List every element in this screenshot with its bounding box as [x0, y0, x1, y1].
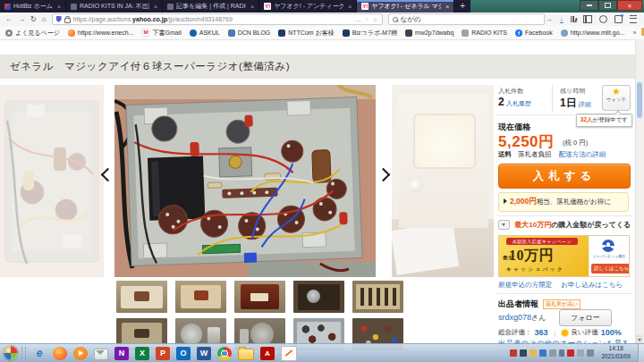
onenote-icon[interactable]: N [114, 347, 129, 360]
pen-app-icon[interactable] [281, 346, 297, 361]
thumbnail[interactable] [293, 281, 344, 313]
chrome-icon[interactable] [217, 347, 232, 360]
forward-icon[interactable]: → [18, 15, 25, 23]
bookmark-item[interactable]: mw2p7dwabq [405, 29, 453, 37]
tray-icon[interactable] [539, 349, 547, 357]
downloads-icon[interactable]: ↓ [560, 16, 564, 23]
bid-history-link[interactable]: 入札履歴 [506, 100, 531, 106]
scrollbar-thumb[interactable] [637, 82, 642, 118]
tray-icon[interactable] [520, 349, 527, 357]
show-desktop-button[interactable] [638, 344, 644, 362]
tray-flag-icon[interactable] [559, 349, 564, 357]
thumbnail[interactable] [352, 281, 403, 313]
search-bar[interactable]: ながの [388, 13, 545, 25]
tab-close-icon[interactable]: × [445, 4, 449, 10]
bookmarks-overflow-icon[interactable]: » [632, 29, 636, 36]
tab-close-icon[interactable]: × [154, 4, 157, 10]
outlook-icon[interactable]: O [176, 347, 191, 360]
shipping-detail-link[interactable]: 配送方法の詳細 [559, 150, 606, 158]
signup-limited-link[interactable]: 新規申込の方限定 [498, 281, 552, 289]
window-minimize-button[interactable] [580, 0, 598, 11]
bookmark-item[interactable]: ASKUL [190, 29, 220, 37]
bookmark-item[interactable]: http://www.mlit.go... [561, 29, 625, 37]
start-button[interactable] [4, 346, 18, 360]
bookmark-item[interactable]: DCN BLOG [228, 29, 271, 37]
page-actions-icon[interactable]: … [355, 16, 361, 23]
acrobat-icon[interactable]: A [260, 347, 275, 360]
mail-icon[interactable] [94, 349, 108, 360]
bookmark-item[interactable]: Bizコラボ-M7柄 [343, 29, 397, 38]
tab-yahoo-general-active[interactable]: Y! ヤフオク! - ゼネラル マジック × [357, 0, 454, 13]
thumbnail[interactable] [116, 281, 167, 313]
tab-radio-kits[interactable]: RADIO KITS IN JA: 不思議な × [66, 0, 163, 13]
follow-button[interactable]: フォロー [559, 309, 612, 326]
tray-volume-icon[interactable] [587, 349, 594, 357]
library-icon[interactable] [571, 16, 577, 22]
excel-icon[interactable]: X [135, 347, 149, 360]
carousel-next-photo[interactable] [392, 85, 494, 277]
pocket-icon[interactable]: ◌ [365, 16, 369, 23]
tray-icon[interactable] [530, 349, 537, 357]
tray-icon[interactable] [510, 349, 517, 357]
sidebar-toggle-icon[interactable] [583, 15, 592, 23]
carousel-next-arrow[interactable] [377, 168, 391, 182]
watch-button[interactable]: ★ ウォッチ [602, 85, 631, 111]
promo-note[interactable]: 2,000円相当、落札価格がお得に [498, 192, 629, 212]
bid-button[interactable]: 入札する [498, 164, 631, 189]
signup-link[interactable]: お申し込みはこちら [561, 281, 623, 289]
tab-close-icon[interactable]: × [57, 4, 61, 10]
menu-icon[interactable] [630, 15, 637, 23]
bookmark-star-icon[interactable]: ☆ [372, 16, 377, 23]
tab-yahoo-antique[interactable]: Y! ヤフオク! - アンティーク(ラ × [259, 0, 357, 13]
back-icon[interactable]: ← [5, 15, 13, 23]
star-icon: ★ [603, 86, 630, 97]
tab-close-icon[interactable]: × [250, 4, 254, 10]
bookmark-item[interactable]: NTTCom お客様 [278, 29, 335, 38]
window-close-button[interactable]: × [617, 0, 642, 11]
tab-close-icon[interactable]: × [348, 4, 352, 10]
tray-icon[interactable] [549, 349, 556, 357]
firefox-icon[interactable] [53, 347, 67, 360]
media-player-icon[interactable] [73, 347, 88, 360]
word-icon[interactable]: W [197, 347, 211, 360]
powerpoint-icon[interactable]: P [156, 347, 170, 360]
tray-network-icon[interactable] [577, 349, 584, 357]
good-rating-pct[interactable]: 100% [601, 328, 622, 337]
account-icon[interactable] [599, 15, 607, 23]
main-photo[interactable] [114, 85, 376, 277]
time-detail-link[interactable]: 詳細 [579, 101, 591, 107]
carousel-previous-photo[interactable] [0, 85, 104, 277]
blog-favicon [167, 4, 174, 10]
banner-cta-button[interactable]: 詳しくはこちら [591, 264, 630, 274]
tray-icon[interactable] [567, 349, 574, 357]
https-lock-icon[interactable] [64, 18, 71, 23]
thumbnail[interactable] [234, 281, 285, 313]
file-explorer-icon[interactable] [238, 349, 254, 360]
taskbar-clock[interactable]: 14:18 2021/03/09 [597, 345, 635, 361]
bookmark-item[interactable]: M下書Gmail [141, 29, 181, 38]
window-titlebar: × [470, 0, 644, 13]
askul-icon [190, 29, 197, 37]
new-tab-button[interactable]: + [454, 0, 470, 13]
whatsnew-gift-icon[interactable] [614, 15, 623, 23]
home-icon[interactable]: ⌂ [42, 15, 47, 23]
bookmark-item[interactable]: RADIO KITS [462, 29, 507, 37]
tab-hotbiz[interactable]: HotBiz ホーム × [0, 0, 66, 13]
bookmark-item[interactable]: よく見るページ [5, 29, 60, 38]
cashback-collapse-button[interactable] [498, 220, 510, 230]
bookmark-item[interactable]: https://www.enech... [68, 29, 134, 37]
thumbnail[interactable] [175, 281, 226, 313]
window-maximize-button[interactable] [598, 0, 617, 11]
tracking-protection-shield-icon[interactable] [56, 16, 62, 22]
seller-id-link[interactable]: srdxg078 [498, 313, 531, 322]
page-scrollbar[interactable] [635, 39, 644, 344]
bookmark-item[interactable]: fFacebook [515, 29, 553, 37]
tab-edit-article[interactable]: 記事を編集 | 作成 | RADIO K × [163, 0, 259, 13]
cashback-campaign-banner[interactable]: 高額購入応援キャンペーン 最大10万円 キャッシュバック ジャパンネット銀行 詳… [498, 235, 630, 277]
address-bar[interactable]: https://page.auctions.yahoo.co.jp/jp/auc… [52, 13, 383, 25]
tab-title: RADIO KITS IN JA: 不思議な [80, 2, 149, 11]
reload-icon[interactable]: ↻ [30, 15, 37, 23]
go-arrow-icon[interactable]: → [546, 15, 553, 23]
rating-value[interactable]: 363 [535, 328, 548, 337]
internet-explorer-icon[interactable]: e [32, 347, 47, 360]
